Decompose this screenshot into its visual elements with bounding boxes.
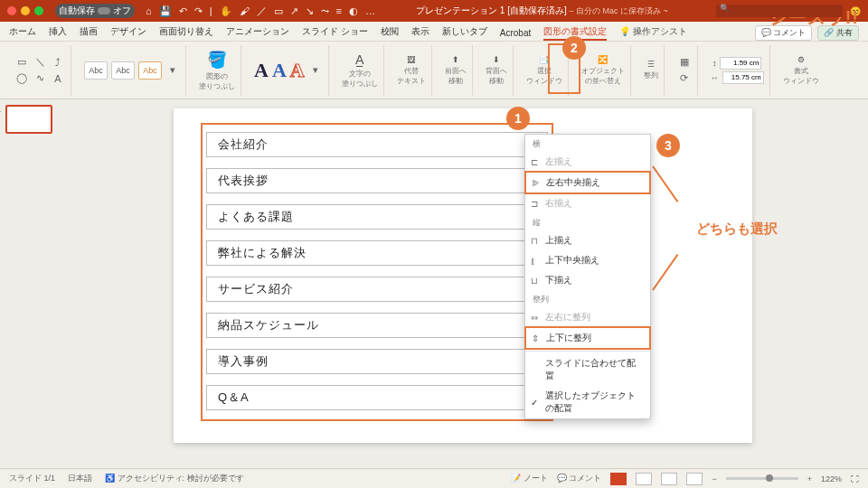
view-reading-button[interactable]: [661, 473, 677, 485]
menu-align-top[interactable]: ⊓上揃え: [525, 230, 650, 250]
tab-animations[interactable]: アニメーション: [226, 25, 289, 41]
bring-forward-button[interactable]: ⬆前面へ 移動: [439, 45, 473, 96]
align-top-icon: ⊓: [531, 236, 538, 246]
tab-design[interactable]: デザイン: [110, 25, 146, 41]
menu-distribute-v[interactable]: ⇕上下に整列: [524, 326, 651, 350]
status-bar: スライド 1/1 日本語 ♿ アクセシビリティ: 検討が必要です 📝 ノート 💬…: [0, 468, 868, 488]
comments-button-status[interactable]: 💬 コメント: [557, 473, 602, 484]
menu-align-right[interactable]: ⊐右揃え: [525, 193, 650, 213]
wordart-2[interactable]: A: [272, 59, 287, 82]
tab-draw[interactable]: 描画: [80, 25, 98, 41]
view-normal-button[interactable]: [610, 473, 627, 485]
traffic-max-icon[interactable]: [34, 6, 43, 15]
align-button[interactable]: ☰整列: [638, 45, 665, 96]
group-rotate-group[interactable]: ▦ ⟳: [672, 45, 698, 96]
textbox-4[interactable]: 弊社による解決: [206, 240, 548, 266]
ribbon-body: ▭ ＼ ⤴ ◯ ∿ A Abc Abc Abc ▾ 🪣 図形の 塗りつぶし A …: [0, 42, 868, 99]
qat-arrow1-icon[interactable]: ↗: [290, 5, 298, 17]
tab-transitions[interactable]: 画面切り替え: [159, 25, 213, 41]
qat-home-icon[interactable]: ⌂: [146, 5, 152, 16]
qat-rect-icon[interactable]: ▭: [274, 5, 283, 17]
shape-rect-icon[interactable]: ▭: [14, 55, 29, 70]
wordart-3[interactable]: A: [290, 59, 305, 82]
menu-align-bottom[interactable]: ⊔下揃え: [525, 270, 650, 290]
fit-window-button[interactable]: ⛶: [851, 474, 859, 483]
style-preset-2[interactable]: Abc: [111, 61, 135, 80]
tab-newtab[interactable]: 新しいタブ: [442, 25, 487, 41]
send-backward-button[interactable]: ⬇背面へ 移動: [480, 45, 514, 96]
zoom-out-button[interactable]: −: [712, 474, 716, 483]
textbox-3[interactable]: よくある課題: [206, 204, 548, 230]
menu-align-to-slide[interactable]: スライドに合わせて配置: [525, 353, 650, 386]
qat-touch-icon[interactable]: ✋: [220, 5, 232, 17]
size-group: ↕ ↔: [705, 45, 770, 96]
height-input[interactable]: [720, 57, 761, 70]
qat-redo-icon[interactable]: ↷: [194, 5, 203, 17]
shape-arrow-icon[interactable]: ⤴: [51, 55, 65, 70]
menu-align-center-h[interactable]: ⫸左右中央揃え: [524, 171, 651, 194]
qat-brush-icon[interactable]: 🖌: [240, 5, 250, 16]
qat-save-icon[interactable]: 💾: [159, 5, 172, 17]
textbox-5[interactable]: サービス紹介: [206, 277, 548, 302]
group-icon[interactable]: ▦: [677, 55, 692, 70]
slide-thumbnail-1[interactable]: [5, 105, 52, 134]
menu-align-to-selected[interactable]: 選択したオブジェクトの配置: [525, 386, 650, 418]
tab-slideshow[interactable]: スライド ショー: [302, 25, 368, 41]
wordart-more-icon[interactable]: ▾: [308, 63, 323, 78]
search-input[interactable]: [716, 5, 843, 17]
style-more-icon[interactable]: ▾: [165, 63, 180, 78]
tab-insert[interactable]: 挿入: [49, 25, 67, 41]
view-slideshow-button[interactable]: [686, 473, 703, 485]
tab-view[interactable]: 表示: [411, 25, 429, 41]
qat-align-icon[interactable]: ≡: [336, 5, 342, 16]
style-preset-3[interactable]: Abc: [138, 61, 162, 80]
slide: 会社紹介 代表挨拶 よくある課題 弊社による解決 サービス紹介 納品スケジュール…: [174, 108, 752, 443]
align-right-icon: ⊐: [531, 199, 538, 209]
autosave-toggle[interactable]: 自動保存 オフ: [55, 4, 135, 18]
tab-review[interactable]: 校閲: [381, 25, 399, 41]
qat-undo-icon[interactable]: ↶: [179, 5, 187, 17]
tab-home[interactable]: ホーム: [9, 25, 36, 41]
textbox-1[interactable]: 会社紹介: [206, 132, 548, 157]
zoom-slider[interactable]: [726, 477, 798, 480]
shape-fill-group[interactable]: 🪣 図形の 塗りつぶし: [193, 45, 241, 96]
wordart-1[interactable]: A: [254, 59, 269, 82]
notes-button[interactable]: 📝 ノート: [511, 473, 548, 484]
tell-me[interactable]: 💡 操作アシスト: [619, 25, 687, 41]
qat-more-icon[interactable]: …: [365, 5, 375, 16]
slide-canvas[interactable]: 会社紹介 代表挨拶 よくある課題 弊社による解決 サービス紹介 納品スケジュール…: [58, 99, 868, 468]
zoom-value[interactable]: 122%: [821, 474, 842, 483]
qat-arrow2-icon[interactable]: ↘: [306, 5, 314, 17]
callout-badge-1: 1: [506, 107, 530, 130]
menu-distribute-h[interactable]: ⇔左右に整列: [525, 307, 650, 327]
qat-eyedrop-icon[interactable]: ◐: [349, 5, 358, 17]
status-lang[interactable]: 日本語: [68, 473, 92, 484]
zoom-in-button[interactable]: +: [807, 474, 812, 483]
view-sorter-button[interactable]: [636, 473, 652, 485]
textbox-7[interactable]: 導入事例: [206, 349, 548, 374]
textbox-2[interactable]: 代表挨拶: [206, 168, 548, 193]
status-a11y[interactable]: ♿ アクセシビリティ: 検討が必要です: [105, 473, 244, 484]
menu-align-center-v[interactable]: ⫿上下中央揃え: [525, 250, 650, 270]
qat-connector-icon[interactable]: ⤳: [321, 5, 329, 17]
qat-line-icon[interactable]: ／: [257, 5, 267, 18]
shape-text-icon[interactable]: A: [51, 71, 65, 86]
text-fill-group[interactable]: A̲ 文字の 塗りつぶし: [336, 45, 384, 96]
traffic-min-icon[interactable]: [21, 6, 30, 15]
traffic-close-icon[interactable]: [7, 6, 16, 15]
shape-line-icon[interactable]: ＼: [33, 55, 47, 70]
textbox-8[interactable]: Q＆A: [206, 385, 548, 410]
selection-pane-button[interactable]: 📑選択 ウィンドウ: [521, 45, 569, 96]
width-input[interactable]: [722, 71, 764, 84]
textbox-6[interactable]: 納品スケジュール: [206, 313, 548, 338]
style-preset-1[interactable]: Abc: [84, 61, 108, 80]
alt-text-button[interactable]: 🖼代替 テキスト: [392, 45, 432, 96]
shape-fill-label: 図形の 塗りつぶし: [199, 71, 235, 91]
shape-curve-icon[interactable]: ∿: [33, 71, 47, 86]
format-pane-button[interactable]: ⚙書式 ウィンドウ: [778, 45, 825, 96]
menu-align-left[interactable]: ⊏左揃え: [525, 152, 650, 172]
tab-acrobat[interactable]: Acrobat: [500, 28, 531, 41]
shapes-gallery[interactable]: ▭ ＼ ⤴ ◯ ∿ A: [9, 45, 71, 96]
shape-oval-icon[interactable]: ◯: [14, 71, 29, 86]
rotate-icon[interactable]: ⟳: [677, 71, 692, 86]
